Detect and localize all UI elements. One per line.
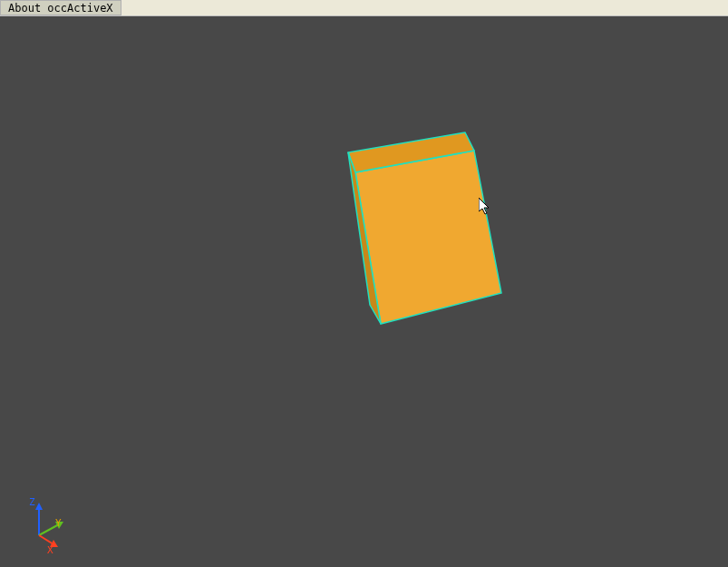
- viewport-3d[interactable]: Z Y X: [0, 16, 728, 567]
- axis-label-y: Y: [55, 517, 62, 529]
- axis-label-x: X: [47, 544, 53, 556]
- axis-label-z: Z: [29, 496, 35, 508]
- svg-line-7: [39, 535, 53, 544]
- about-menu-item[interactable]: About occActiveX: [0, 0, 121, 15]
- svg-marker-4: [35, 503, 43, 510]
- box-shape[interactable]: [335, 125, 535, 343]
- svg-marker-0: [355, 151, 501, 324]
- menu-bar: About occActiveX: [0, 0, 728, 16]
